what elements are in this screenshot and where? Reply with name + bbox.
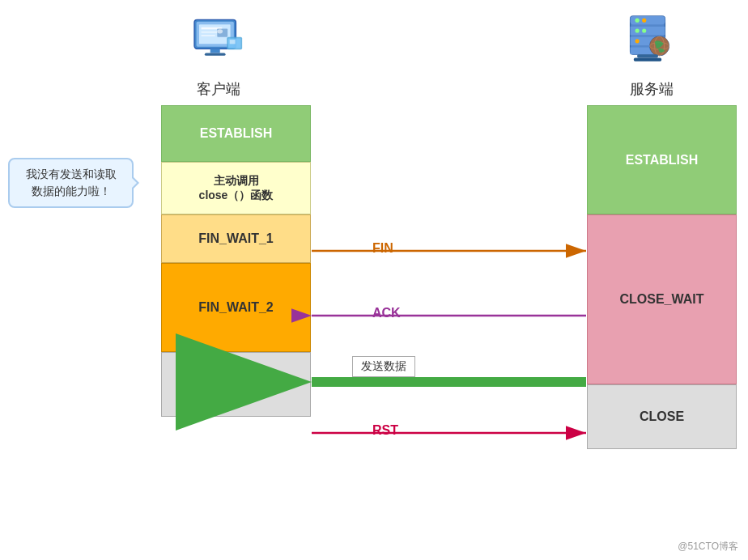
client-label: 客户端 xyxy=(182,79,255,99)
speech-line2: 数据的能力啦！ xyxy=(32,185,111,197)
server-close-box: CLOSE xyxy=(587,384,737,449)
svg-point-21 xyxy=(642,28,646,32)
svg-rect-4 xyxy=(202,32,219,33)
client-fin-wait1-box: FIN_WAIT_1 xyxy=(161,214,311,263)
server-label: 服务端 xyxy=(615,79,688,99)
send-data-label: 发送数据 xyxy=(352,356,415,377)
svg-point-18 xyxy=(635,19,640,23)
svg-rect-5 xyxy=(202,35,215,36)
client-column: ESTABLISH 主动调用close（）函数 FIN_WAIT_1 FIN_W… xyxy=(161,105,311,417)
client-icon-area xyxy=(186,8,251,73)
svg-rect-9 xyxy=(205,53,226,55)
svg-point-7 xyxy=(217,29,223,33)
speech-bubble: 我没有发送和读取 数据的能力啦！ xyxy=(8,158,134,208)
rst-label: RST xyxy=(372,423,398,438)
client-fin-wait2-box: FIN_WAIT_2 xyxy=(161,263,311,352)
client-active-close-box: 主动调用close（）函数 xyxy=(161,162,311,214)
svg-point-19 xyxy=(642,19,646,23)
server-establish-box: ESTABLISH xyxy=(587,105,737,214)
client-establish-box: ESTABLISH xyxy=(161,105,311,162)
svg-rect-28 xyxy=(634,57,661,61)
speech-line1: 我没有发送和读取 xyxy=(26,168,117,180)
svg-rect-12 xyxy=(230,40,236,44)
watermark: @51CTO博客 xyxy=(678,540,738,554)
svg-point-22 xyxy=(635,39,640,43)
fin-label: FIN xyxy=(372,241,393,256)
svg-rect-27 xyxy=(637,54,658,57)
diagram-container: 客户端 服务端 我没有发送和读取 数据的能力啦！ ESTABLISH 主动调用c… xyxy=(0,0,748,560)
server-column: ESTABLISH CLOSE_WAIT CLOSE xyxy=(587,105,737,449)
svg-point-20 xyxy=(635,28,640,32)
monitor-icon xyxy=(190,16,247,65)
client-close-box: CLOSE xyxy=(161,352,311,417)
server-icon xyxy=(623,12,672,69)
server-close-wait-box: CLOSE_WAIT xyxy=(587,214,737,384)
ack-label: ACK xyxy=(372,306,401,320)
svg-rect-8 xyxy=(210,49,220,53)
server-icon-area xyxy=(615,8,680,73)
